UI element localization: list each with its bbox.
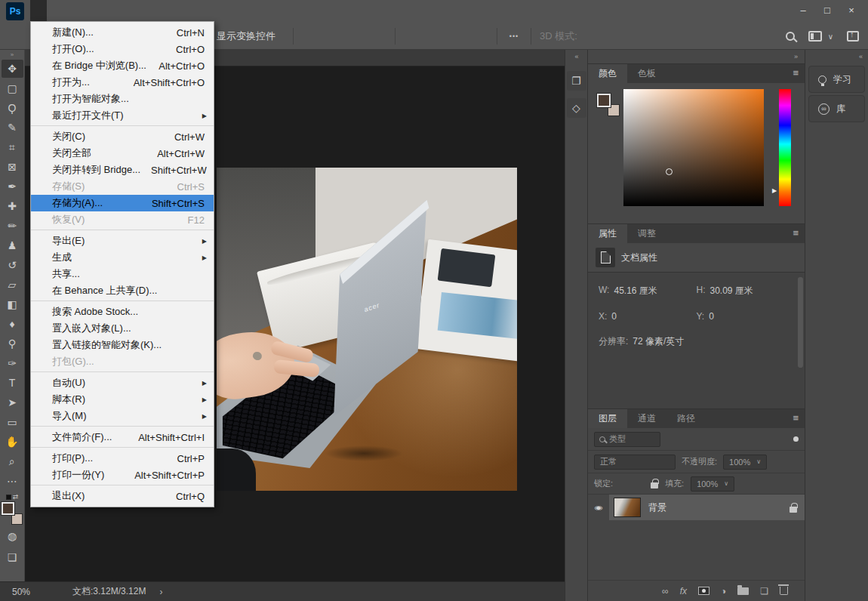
document-image[interactable]: acer [217,168,517,491]
layer-style-icon[interactable]: fx [680,586,687,596]
width-value[interactable]: 45.16 厘米 [614,285,657,297]
hue-slider[interactable]: ▶ [779,89,791,206]
quick-mask-button[interactable]: ◍ [2,527,23,545]
menu-item-print[interactable]: 打印(P)... Ctrl+P [31,450,214,467]
menu-type[interactable] [97,0,113,23]
frame-tool[interactable]: ⊠ [2,158,23,176]
foreground-color-swatch[interactable] [2,502,14,515]
shape-tool[interactable]: ▭ [2,413,23,431]
menu-filter[interactable] [130,0,146,23]
menu-item-close[interactable]: 关闭(C) Ctrl+W [31,128,214,145]
tab-adjustments[interactable]: 调整 [627,224,666,243]
menu-select[interactable] [113,0,130,23]
menu-layer[interactable] [80,0,97,23]
layer-thumbnail[interactable] [614,498,641,517]
menu-item-revert[interactable]: 恢复(V) F12 [31,211,214,230]
menu-item-import[interactable]: 导入(M) [31,408,214,427]
panels-collapse-icon[interactable]: » [588,50,805,63]
lasso-tool[interactable]: Ϙ [2,99,23,117]
chevron-down-icon[interactable]: ∨ [828,32,833,41]
menu-item-open-as-smart-object[interactable]: 打开为智能对象... [31,91,214,107]
clone-stamp-tool[interactable]: ♟ [2,236,23,254]
toolbar-collapse-icon[interactable]: » [11,51,14,58]
blend-mode-dropdown[interactable]: 正常 [594,455,676,470]
layer-name[interactable]: 背景 [648,501,782,514]
layer-row[interactable]: ◉ 背景 [588,495,805,520]
color-swatch-widget[interactable] [2,502,23,525]
menu-item-exit[interactable]: 退出(X) Ctrl+Q [31,488,214,504]
tab-layers[interactable]: 图层 [588,409,627,428]
tab-channels[interactable]: 通道 [627,409,666,428]
menu-edit[interactable] [47,0,63,23]
fill-field[interactable]: 100% ∨ [691,476,734,492]
photoshop-logo[interactable]: Ps [6,2,24,20]
link-layers-icon[interactable]: ∞ [662,586,669,596]
hand-tool[interactable]: ✋ [2,433,23,451]
menu-file[interactable] [30,0,47,23]
y-value[interactable]: 0 [709,311,714,322]
type-tool[interactable]: T [2,374,23,392]
menu-window[interactable] [180,0,196,23]
quick-selection-tool[interactable]: ✎ [2,119,23,137]
color-field-marker[interactable] [666,168,673,175]
close-button[interactable]: × [839,2,863,20]
menu-item-open-recent[interactable]: 最近打开文件(T) [31,107,214,126]
menu-item-search-adobe-stock[interactable]: 搜索 Adobe Stock... [31,304,214,320]
learn-panel-button[interactable]: 学习 [808,66,865,93]
marquee-tool[interactable]: ▢ [2,79,23,97]
gradient-tool[interactable]: ◧ [2,295,23,313]
menu-item-save-as[interactable]: 存储为(A)... Shift+Ctrl+S [31,195,214,211]
menu-item-share-on-behance[interactable]: 在 Behance 上共享(D)... [31,282,214,301]
menu-item-print-one-copy[interactable]: 打印一份(Y) Alt+Shift+Ctrl+P [31,467,214,485]
menu-item-share[interactable]: 共享... [31,266,214,282]
new-layer-icon[interactable]: ❏ [760,586,768,596]
share-icon[interactable] [847,31,859,42]
menu-item-browse-in-bridge[interactable]: 在 Bridge 中浏览(B)... Alt+Ctrl+O [31,57,214,74]
pen-tool[interactable]: ✑ [2,354,23,372]
menu-item-open[interactable]: 打开(O)... Ctrl+O [31,41,214,57]
move-tool[interactable]: ✥ [2,60,23,78]
minimize-button[interactable]: – [791,2,815,20]
menu-item-generate[interactable]: 生成 [31,249,214,266]
tab-color[interactable]: 颜色 [588,64,627,83]
history-brush-tool[interactable]: ↺ [2,256,23,274]
menu-image[interactable] [63,0,80,23]
brush-tool[interactable]: ✏ [2,217,23,235]
background-color-swatch[interactable] [11,513,23,525]
opacity-field[interactable]: 100% ∨ [723,455,767,470]
chevron-down-icon[interactable]: ∨ [756,458,761,465]
3d-panel-icon[interactable]: ◇ [567,98,586,118]
crop-tool[interactable]: ⌗ [2,138,23,156]
panel-menu-icon[interactable]: ≡ [793,412,799,424]
lock-all-icon[interactable] [651,482,658,489]
menu-item-save[interactable]: 存储(S) Ctrl+S [31,178,214,195]
tab-swatches[interactable]: 色板 [627,64,666,83]
adjustment-layer-icon[interactable]: ◑ [721,586,726,596]
color-field[interactable] [623,89,764,206]
resolution-value[interactable]: 72 像素/英寸 [633,335,684,348]
status-chevron-icon[interactable]: › [159,587,162,597]
rail-collapse-icon[interactable]: « [805,50,868,63]
dock-collapse-icon[interactable]: « [565,50,587,63]
default-colors-widget[interactable]: ⇄ [6,493,19,501]
menu-view[interactable] [163,0,180,23]
foreground-color-swatch[interactable] [597,94,611,107]
libraries-panel-button[interactable]: 库 [808,95,865,122]
menu-item-close-all[interactable]: 关闭全部 Alt+Ctrl+W [31,145,214,162]
edit-toolbar-button[interactable]: ⋯ [2,472,23,490]
eraser-tool[interactable]: ▱ [2,276,23,294]
show-transform-controls-label[interactable]: 显示变换控件 [217,29,275,43]
menu-item-file-info[interactable]: 文件简介(F)... Alt+Shift+Ctrl+I [31,429,214,448]
add-layer-mask-icon[interactable] [698,587,709,595]
menu-item-scripts[interactable]: 脚本(R) [31,391,214,408]
zoom-level-field[interactable]: 50% [12,587,57,597]
more-align-options-icon[interactable]: ••• [504,32,524,40]
new-group-icon[interactable] [737,587,749,595]
maximize-button[interactable]: □ [815,2,839,20]
tab-properties[interactable]: 属性 [588,224,627,243]
menu-help[interactable] [196,0,213,23]
menu-item-place-embedded[interactable]: 置入嵌入对象(L)... [31,320,214,337]
workspace-icon[interactable] [808,31,822,42]
tab-paths[interactable]: 路径 [666,409,706,428]
panel-menu-icon[interactable]: ≡ [793,227,799,239]
